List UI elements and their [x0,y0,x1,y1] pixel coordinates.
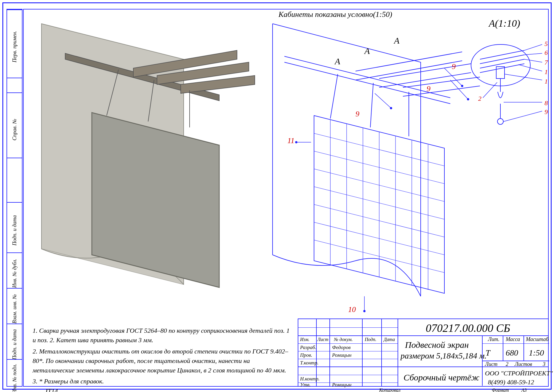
row-razrab: Разраб. [300,345,316,351]
col-podp: Подп. [365,337,376,342]
scale-hdr: Масштаб [526,336,549,343]
rendered-iso-view [30,18,255,314]
side-podp-data-2: Подп. и дата [12,329,18,360]
row-prov: Пров. [300,352,312,358]
name-romitsyn-2: Ромицын [332,382,351,388]
format-lbl: Формат [492,388,509,392]
svg-line-9 [330,74,338,119]
drawing-title-1: Подвесной экран [405,340,469,350]
detail-a-view [468,33,551,127]
drawing-title-2: размером 5,184х5,184 м. [401,351,487,361]
view-marker-a-2: А [364,46,370,56]
mass-val: 680 [506,348,518,358]
svg-line-31 [375,93,391,108]
svg-point-34 [295,141,297,143]
svg-line-53 [504,111,542,121]
detail-c9: 9 [545,108,548,116]
col-data: Дата [384,337,395,342]
company-phone: 8(499) 408-59-12 [488,378,534,386]
callout-9b: 9 [427,84,430,93]
left-stamp-column: Перв. примен. Справ. № Подп. и дата Инв.… [7,9,23,387]
technical-notes: 1. Сварка ручная электродуговая ГОСТ 526… [33,326,290,392]
detail-a-label: А(1:10) [489,18,520,29]
note-2: 2. Металлоконструкции очистить от окисло… [33,347,290,375]
kopiroval: Копировал [379,388,401,392]
svg-line-39 [480,55,524,64]
note-4: 4. ± IT142 . [33,388,290,392]
svg-line-10 [370,83,373,127]
svg-point-45 [497,119,503,124]
callout-9a: 9 [452,62,456,71]
row-nkontr: Н.контр. [300,376,320,382]
lit-val: Т [486,348,490,358]
name-fedorov: Федоров [332,345,350,351]
col-izm: Изм. [300,337,310,342]
svg-line-46 [524,44,542,50]
callout-9c: 9 [356,110,359,119]
callout-11: 11 [287,136,294,145]
detail-c5: 5 [545,40,548,48]
view-marker-a-1: А [335,56,340,66]
mass-hdr: Масса [506,336,520,343]
detail-c7: 7 [545,59,548,66]
wireframe-iso-view [261,18,474,320]
side-inv-podl: Инв. № подл. [12,364,18,392]
side-vzam-inv: Взам. инв. № [12,294,18,324]
detail-c1b: 1 [545,78,548,85]
col-ndoc: № докум. [334,337,353,342]
svg-point-36 [364,310,365,312]
detail-c1a: 1 [545,68,548,76]
company-name: ООО "СТРОЙПРОЕКТ" [485,369,553,377]
detail-c6: 6 [545,49,548,57]
scale-val: 1:50 [529,348,544,358]
svg-point-28 [461,85,463,87]
note-1: 1. Сварка ручная электродуговая ГОСТ 526… [33,326,290,345]
svg-point-32 [390,107,392,109]
format-val: А3 [521,388,527,392]
lit-hdr: Лит. [488,336,499,343]
sheets-lbl: Листов [515,361,532,367]
side-sprav-no: Справ. № [12,119,18,140]
side-perv-primen: Перв. примен. [12,31,18,63]
note-3: 3. * Размеры для справок. [33,377,290,386]
drawing-sheet: Перв. примен. Справ. № Подп. и дата Инв.… [0,0,554,392]
side-podp-data-1: Подп. и дата [12,215,18,246]
svg-line-50 [505,74,542,80]
callout-10: 10 [348,305,356,314]
view-marker-a-3: А [394,36,399,46]
svg-line-38 [480,50,524,59]
svg-line-48 [524,59,542,62]
row-tkontr: Т.контр. [300,360,318,366]
title-block: 070217.00.000 СБ Изм. Лист № докум. Подп… [298,319,549,387]
col-list: Лист [317,337,329,342]
detail-c2: 2 [478,95,481,103]
name-romitsyn-1: Ромицын [332,352,351,358]
sheets-val: 3 [543,361,545,367]
sheet-lbl: Лист [485,361,497,367]
drawing-number: 070217.00.000 СБ [426,321,510,335]
sheet-val: 2 [506,361,508,367]
svg-line-41 [480,64,524,73]
side-inv-dubl: Инв. № дубл. [12,259,18,288]
doc-type: Сборочный чертёж [404,372,479,383]
detail-c8: 8 [545,99,548,107]
svg-line-47 [524,53,542,55]
row-utv: Утв. [300,382,310,388]
